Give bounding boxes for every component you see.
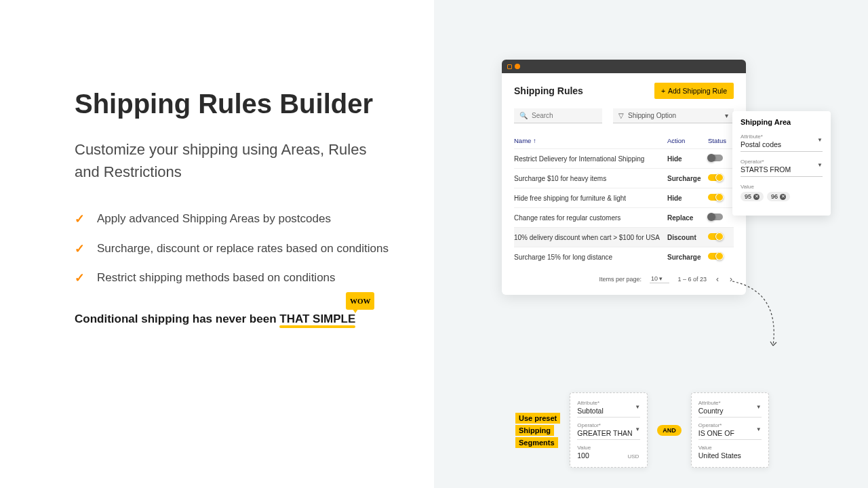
rule-action: Surcharge — [667, 175, 708, 182]
remove-chip-icon[interactable]: ✕ — [780, 194, 786, 200]
chevron-down-icon: ▾ — [659, 275, 663, 282]
chevron-down-icon: ▼ — [635, 404, 640, 410]
rules-window: Shipping Rules +Add Shipping Rule 🔍Searc… — [502, 60, 746, 295]
field-value: Postal codes — [741, 140, 823, 148]
check-icon: ✓ — [75, 270, 85, 285]
table-headers: Name ↑ Action Status — [514, 133, 734, 148]
segments-label: Use presetShippingSegments — [515, 413, 560, 448]
chevron-down-icon: ▼ — [756, 404, 762, 410]
table-row[interactable]: Hide free shipping for furniture & light… — [514, 188, 734, 207]
rule-name: 10% delivery discount when cart > $100 f… — [514, 234, 667, 241]
postal-chip[interactable]: 96✕ — [767, 192, 790, 201]
bullet-item: ✓Surcharge, discount or replace rates ba… — [75, 240, 393, 258]
value-field[interactable]: Value 95✕ 96✕ — [741, 182, 823, 204]
bullet-text: Apply advanced Shipping Areas by postcod… — [97, 210, 331, 228]
pagination: Items per page: 10 ▾ 1 – 6 of 23 ‹ › — [514, 266, 734, 288]
search-input[interactable]: 🔍Search — [514, 108, 602, 123]
bullet-text: Surcharge, discount or replace rates bas… — [97, 240, 389, 258]
status-toggle[interactable] — [708, 233, 723, 240]
chevron-down-icon: ▼ — [817, 137, 823, 143]
rule-action: Replace — [667, 214, 708, 222]
rule-name: Surcharge $10 for heavy items — [514, 175, 667, 182]
filter-icon: ▽ — [618, 112, 624, 119]
postal-chip[interactable]: 95✕ — [741, 192, 764, 201]
check-icon: ✓ — [75, 211, 85, 226]
rule-action: Hide — [667, 195, 708, 202]
chevron-down-icon: ▾ — [725, 112, 728, 119]
operator-select[interactable]: Operator*IS ONE OF▼ — [698, 421, 762, 440]
shipping-option-filter[interactable]: ▽Shipping Option▾ — [613, 108, 734, 123]
tagline-em: THAT SIMPLE — [279, 312, 355, 326]
add-shipping-rule-button[interactable]: +Add Shipping Rule — [654, 83, 734, 99]
plus-icon: + — [661, 87, 665, 95]
rule-name: Surcharge 15% for long distance — [514, 253, 667, 261]
attribute-select[interactable]: Attribute*Subtotal▼ — [577, 399, 640, 418]
operator-select[interactable]: Operator*GREATER THAN▼ — [577, 421, 640, 440]
pager-label: Items per page: — [599, 276, 642, 283]
rule-name: Hide free shipping for furniture & light — [514, 195, 667, 202]
hero-subtitle: Customize your shipping using Areas, Rul… — [75, 138, 393, 183]
table-row[interactable]: Surcharge 15% for long distanceSurcharge — [514, 247, 734, 266]
rule-action: Discount — [667, 234, 708, 241]
bullet-text: Restrict shipping methods based on condi… — [97, 269, 336, 287]
chevron-down-icon: ▼ — [817, 162, 823, 168]
status-toggle[interactable] — [708, 194, 723, 201]
window-control-icon — [507, 64, 512, 69]
pager-range: 1 – 6 of 23 — [677, 276, 707, 283]
rule-name: Change rates for regular customers — [514, 214, 667, 222]
wow-badge: WOW — [346, 292, 374, 310]
value-field[interactable]: Value100USD — [577, 443, 640, 462]
status-toggle[interactable] — [708, 214, 723, 220]
header-name[interactable]: Name ↑ — [514, 137, 667, 144]
add-btn-label: Add Shipping Rule — [668, 87, 727, 95]
tagline-pre: Conditional shipping has never been — [75, 312, 279, 325]
status-toggle[interactable] — [708, 253, 723, 260]
condition-card-subtotal: Attribute*Subtotal▼ Operator*GREATER THA… — [570, 392, 648, 468]
field-label: Attribute* — [741, 134, 823, 140]
header-action: Action — [667, 137, 708, 144]
status-toggle[interactable] — [708, 155, 723, 161]
operator-select[interactable]: Operator* STARTS FROM ▼ — [741, 157, 823, 177]
unit-label: USD — [627, 453, 639, 460]
rule-action: Surcharge — [667, 253, 708, 261]
search-placeholder: Search — [532, 112, 553, 119]
field-label: Operator* — [741, 159, 823, 165]
chevron-down-icon: ▼ — [635, 426, 640, 432]
panel-title: Shipping Rules — [514, 85, 583, 96]
chevron-down-icon: ▼ — [756, 426, 762, 432]
prev-page-button[interactable]: ‹ — [715, 273, 720, 285]
condition-card-country: Attribute*Country▼ Operator*IS ONE OF▼ V… — [691, 392, 769, 468]
table-row[interactable]: Restrict Delievery for International Shi… — [514, 148, 734, 168]
and-connector: AND — [657, 425, 682, 436]
attribute-select[interactable]: Attribute*Country▼ — [698, 399, 762, 418]
field-label: Value — [741, 184, 823, 190]
table-row[interactable]: Change rates for regular customersReplac… — [514, 207, 734, 227]
field-value: STARTS FROM — [741, 165, 823, 174]
attribute-select[interactable]: Attribute* Postal codes ▼ — [741, 131, 823, 152]
remove-chip-icon[interactable]: ✕ — [753, 194, 760, 200]
items-per-page-select[interactable]: 10 ▾ — [650, 275, 670, 283]
card-title: Shipping Area — [741, 118, 823, 126]
search-icon: 🔍 — [519, 112, 528, 119]
header-status: Status — [708, 137, 734, 144]
hero-title: Shipping Rules Builder — [75, 88, 393, 119]
connector-arrow — [726, 278, 800, 359]
check-icon: ✓ — [75, 241, 85, 256]
filter-label: Shipping Option — [628, 112, 721, 119]
status-toggle[interactable] — [708, 174, 723, 181]
window-titlebar — [502, 60, 746, 73]
window-control-icon — [515, 64, 520, 69]
shipping-area-card: Shipping Area Attribute* Postal codes ▼ … — [732, 111, 831, 216]
rule-action: Hide — [667, 155, 708, 163]
tagline: Conditional shipping has never been THAT… — [75, 312, 355, 326]
table-row[interactable]: Surcharge $10 for heavy itemsSurcharge — [514, 168, 734, 188]
value-field[interactable]: ValueUnited States — [698, 443, 762, 462]
bullet-item: ✓Apply advanced Shipping Areas by postco… — [75, 210, 393, 228]
rule-name: Restrict Delievery for International Shi… — [514, 155, 667, 163]
bullet-item: ✓Restrict shipping methods based on cond… — [75, 269, 393, 287]
sort-asc-icon: ↑ — [533, 137, 536, 144]
table-row[interactable]: 10% delivery discount when cart > $100 f… — [514, 227, 734, 247]
